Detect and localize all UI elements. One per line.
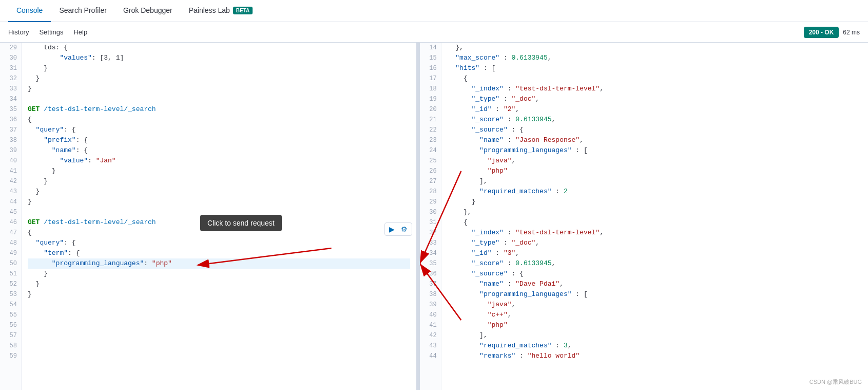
tab-painless-lab[interactable]: Painless Lab BETA [181, 0, 261, 22]
output-line: "programming_languages" : [ [448, 289, 862, 300]
output-line: "hits" : [ [448, 63, 862, 73]
editor-line-numbers: 2930313233 3435363738 3940414243 4445464… [0, 43, 22, 390]
nav-history[interactable]: History [8, 28, 29, 36]
output-line: }, [448, 43, 862, 53]
code-line: "prefix": { [28, 135, 410, 145]
code-line: tds: { [28, 43, 410, 53]
output-line: "_score" : 0.6133945, [448, 258, 862, 269]
run-button[interactable]: ▶ [387, 224, 397, 234]
output-panel: 1415161718 1920212223 2425262728 2930313… [420, 43, 868, 390]
code-line: } [28, 197, 410, 207]
tab-console[interactable]: Console [8, 0, 51, 22]
output-line: }, [448, 207, 862, 217]
output-line: "remarks" : "hello world" [448, 351, 862, 361]
output-code-content: }, "max_score" : 0.6133945, "hits" : [ {… [441, 43, 868, 390]
code-line: { [28, 228, 410, 238]
output-line: "_index" : "test-dsl-term-level", [448, 84, 862, 94]
output-line: "name" : "Dave Pdai", [448, 279, 862, 289]
code-line: } [28, 176, 410, 187]
output-line: "name" : "Jason Response", [448, 135, 862, 145]
code-line: "query": { [28, 125, 410, 135]
code-line: } [28, 279, 410, 289]
tab-grok-debugger-label: Grok Debugger [123, 6, 172, 14]
code-line [28, 320, 410, 330]
tab-search-profiler-label: Search Profiler [59, 6, 107, 14]
output-line: { [448, 73, 862, 84]
tools-button[interactable]: ⚙ [399, 224, 410, 234]
code-line [28, 351, 410, 361]
output-line: "java", [448, 156, 862, 166]
code-line: } [28, 289, 410, 300]
output-line: "_type" : "_doc", [448, 94, 862, 104]
code-line: "value": "Jan" [28, 156, 410, 166]
timing-badge: 62 ms [843, 29, 860, 36]
second-nav: History Settings Help 200 - OK 62 ms [0, 22, 868, 43]
code-line: "term": { [28, 248, 410, 258]
code-line: } [28, 73, 410, 84]
code-line: } [28, 187, 410, 197]
tab-search-profiler[interactable]: Search Profiler [51, 0, 115, 22]
code-line [28, 94, 410, 104]
code-line: GET /test-dsl-term-level/_search [28, 104, 410, 115]
code-line [28, 207, 410, 217]
beta-badge: BETA [233, 7, 253, 14]
tab-grok-debugger[interactable]: Grok Debugger [115, 0, 181, 22]
output-line: "_index" : "test-dsl-term-level", [448, 228, 862, 238]
second-nav-right: 200 - OK 62 ms [804, 27, 860, 38]
editor-panel[interactable]: 2930313233 3435363738 3940414243 4445464… [0, 43, 417, 390]
nav-settings[interactable]: Settings [39, 28, 63, 36]
action-buttons[interactable]: ▶ ⚙ [384, 222, 412, 236]
output-line: "_score" : 0.6133945, [448, 115, 862, 125]
code-line: "query": { [28, 238, 410, 248]
output-line: { [448, 217, 862, 228]
code-line: } [28, 63, 410, 73]
output-line: "_source" : { [448, 269, 862, 279]
output-line: "required_matches" : 3, [448, 341, 862, 351]
output-line: "c++", [448, 310, 862, 320]
code-line [28, 300, 410, 310]
output-line: "_id" : "2", [448, 104, 862, 115]
code-line-highlighted: "programming_languages": "php" [28, 258, 410, 269]
status-badge: 200 - OK [804, 27, 839, 38]
output-line: "max_score" : 0.6133945, [448, 53, 862, 63]
code-line: } [28, 166, 410, 176]
output-line: "_type" : "_doc", [448, 238, 862, 248]
tab-console-label: Console [16, 6, 43, 14]
code-line: } [28, 84, 410, 94]
code-line: { [28, 115, 410, 125]
code-line: "name": { [28, 145, 410, 156]
output-line: "_id" : "3", [448, 248, 862, 258]
output-line: "programming_languages" : [ [448, 145, 862, 156]
editor-code-area[interactable]: 2930313233 3435363738 3940414243 4445464… [0, 43, 416, 390]
output-line: "required_matches" : 2 [448, 187, 862, 197]
main-content: 2930313233 3435363738 3940414243 4445464… [0, 43, 868, 390]
second-nav-left: History Settings Help [8, 28, 87, 36]
editor-code-content: tds: { "values": [3, 1] } } } GET /test-… [22, 43, 416, 390]
code-line [28, 310, 410, 320]
code-line [28, 330, 410, 341]
output-line: "java", [448, 300, 862, 310]
output-line: "php" [448, 320, 862, 330]
watermark: CSDN @乘风破BUG [809, 378, 862, 386]
code-line: "values": [3, 1] [28, 53, 410, 63]
code-line [28, 341, 410, 351]
top-nav: Console Search Profiler Grok Debugger Pa… [0, 0, 868, 22]
output-line: ], [448, 330, 862, 341]
output-line: "_source" : { [448, 125, 862, 135]
output-line: "php" [448, 166, 862, 176]
output-line: } [448, 197, 862, 207]
output-code-area[interactable]: 1415161718 1920212223 2425262728 2930313… [420, 43, 868, 390]
code-line: GET /test-dsl-term-level/_search [28, 217, 410, 228]
tab-painless-lab-label: Painless Lab [189, 6, 230, 14]
code-line: } [28, 269, 410, 279]
output-line-numbers: 1415161718 1920212223 2425262728 2930313… [420, 43, 441, 390]
output-line: ], [448, 176, 862, 187]
nav-help[interactable]: Help [73, 28, 87, 36]
